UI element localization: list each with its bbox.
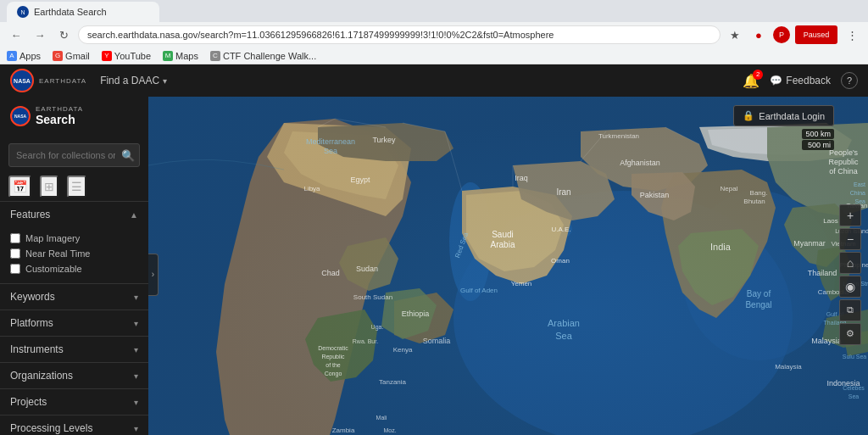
filter-tool-button[interactable]: ☰: [67, 176, 86, 198]
apps-icon: A: [7, 51, 17, 61]
bookmark-gmail[interactable]: G Gmail: [53, 51, 90, 61]
svg-text:Mali: Mali: [376, 415, 387, 421]
nasa-logo: NASA: [10, 69, 34, 92]
profile-button[interactable]: P: [773, 26, 790, 43]
svg-text:Bay of: Bay of: [747, 289, 771, 298]
map-imagery-item[interactable]: Map Imagery: [10, 231, 138, 246]
calendar-tool-button[interactable]: 📅: [8, 176, 31, 198]
section-processing-levels: Processing Levels ▾: [0, 415, 148, 435]
map-panel-toggle[interactable]: ›: [148, 254, 159, 296]
svg-text:Nepal: Nepal: [721, 185, 738, 192]
search-submit-button[interactable]: 🔍: [121, 149, 135, 162]
svg-text:Saudi: Saudi: [492, 230, 514, 239]
top-bar: NASA EARTHDATA Find a DAAC ▾ 🔔 2 💬 Feedb…: [0, 64, 868, 97]
scale-mi: 500 mi: [802, 140, 834, 150]
section-platforms: Platforms ▾: [0, 310, 148, 337]
chat-icon: 💬: [770, 75, 782, 86]
earthdata-text: EARTHDATA: [39, 77, 86, 85]
section-projects-header[interactable]: Projects ▾: [0, 389, 148, 415]
active-tab[interactable]: N Earthdata Search: [7, 2, 159, 22]
svg-text:Turkey: Turkey: [372, 136, 396, 144]
address-bar[interactable]: search.earthdata.nasa.gov/search?m=11.03…: [78, 25, 721, 44]
map-globe-button[interactable]: ◉: [839, 276, 861, 298]
section-platforms-header[interactable]: Platforms ▾: [0, 310, 148, 336]
svg-text:Sea: Sea: [324, 147, 337, 155]
map-home-button[interactable]: ⌂: [839, 252, 861, 274]
find-daac-button[interactable]: Find a DAAC ▾: [100, 75, 167, 86]
sidebar-header: NASA EARTHDATA Search: [0, 97, 148, 138]
notification-button[interactable]: 🔔 2: [743, 73, 760, 89]
youtube-icon: Y: [102, 51, 112, 61]
bookmark-youtube[interactable]: Y YouTube: [102, 51, 151, 61]
back-button[interactable]: ←: [7, 25, 25, 44]
customizable-checkbox[interactable]: [10, 264, 20, 274]
features-content: Map Imagery Near Real Time Customizable: [0, 227, 148, 283]
section-processing-levels-header[interactable]: Processing Levels ▾: [0, 415, 148, 435]
section-features-header[interactable]: Features ▲: [0, 202, 148, 227]
section-instruments: Instruments ▾: [0, 337, 148, 363]
menu-button[interactable]: ⋮: [843, 25, 861, 44]
search-box-container: 🔍: [0, 138, 148, 172]
svg-text:U.A.E.: U.A.E.: [551, 226, 570, 233]
reload-button[interactable]: ↻: [54, 25, 73, 44]
sidebar: NASA EARTHDATA Search 🔍 📅 ⊞ ☰: [0, 97, 148, 435]
bookmark-apps[interactable]: A Apps: [7, 51, 41, 61]
sidebar-brand: EARTHDATA Search: [36, 105, 83, 126]
browser-nav: ← → ↻ search.earthdata.nasa.gov/search?m…: [0, 22, 868, 47]
near-real-time-checkbox[interactable]: [10, 248, 20, 259]
paused-button[interactable]: Paused: [795, 25, 837, 44]
svg-text:Sulu Sea: Sulu Sea: [843, 354, 867, 360]
projects-expand-icon: ▾: [134, 398, 138, 407]
section-organizations: Organizations ▾: [0, 363, 148, 389]
map-scale-container: 500 km 500 mi: [802, 129, 834, 151]
svg-text:Republic: Republic: [828, 158, 859, 166]
svg-text:South Sudan: South Sudan: [353, 293, 392, 301]
platforms-expand-icon: ▾: [134, 319, 138, 328]
map-imagery-checkbox[interactable]: [10, 233, 20, 243]
browser-chrome: N Earthdata Search ← → ↻ search.earthdat…: [0, 0, 868, 47]
svg-text:Myanmar: Myanmar: [793, 239, 826, 248]
processing-levels-expand-icon: ▾: [134, 424, 138, 433]
sidebar-tools: 📅 ⊞ ☰: [0, 172, 148, 202]
section-organizations-header[interactable]: Organizations ▾: [0, 363, 148, 388]
search-input[interactable]: [8, 143, 140, 167]
bookmark-maps[interactable]: M Maps: [163, 51, 198, 61]
earthdata-label: EARTHDATA: [39, 77, 86, 85]
extensions-button[interactable]: ●: [749, 25, 768, 44]
svg-text:Bhutan: Bhutan: [743, 198, 765, 205]
customizable-item[interactable]: Customizable: [10, 261, 138, 276]
map-zoom-in-button[interactable]: +: [839, 204, 861, 226]
map-layers-button[interactable]: ⧉: [839, 299, 861, 321]
svg-text:Iran: Iran: [556, 187, 570, 197]
feedback-button[interactable]: 💬 Feedback: [770, 75, 831, 86]
earthdata-logo: NASA EARTHDATA: [10, 69, 86, 92]
grid-tool-button[interactable]: ⊞: [40, 176, 58, 198]
help-button[interactable]: ?: [841, 72, 858, 89]
notification-badge: 2: [753, 70, 763, 80]
section-instruments-header[interactable]: Instruments ▾: [0, 337, 148, 362]
sidebar-logo-row: NASA EARTHDATA Search: [10, 105, 138, 126]
svg-text:Zambia: Zambia: [332, 427, 355, 434]
svg-rect-5: [148, 97, 868, 435]
map-area[interactable]: Saudi Arabia Arabian Sea Bay of Bengal I…: [148, 97, 868, 435]
section-projects: Projects ▾: [0, 389, 148, 415]
section-keywords-header[interactable]: Keywords ▾: [0, 284, 148, 310]
svg-text:Rwa. Bur.: Rwa. Bur.: [353, 338, 378, 344]
svg-text:of the: of the: [326, 362, 341, 368]
svg-text:Celebes: Celebes: [843, 385, 865, 391]
map-gear-button[interactable]: ⚙: [839, 323, 861, 345]
svg-text:Malaysia: Malaysia: [811, 337, 842, 345]
map-zoom-out-button[interactable]: −: [839, 228, 861, 250]
bookmark-ctf[interactable]: C CTF Challenge Walk...: [210, 51, 316, 61]
earthdata-login-button[interactable]: 🔒 Earthdata Login: [733, 105, 834, 126]
svg-text:Thailand: Thailand: [808, 269, 837, 277]
gmail-icon: G: [53, 51, 63, 61]
keywords-expand-icon: ▾: [134, 293, 138, 302]
forward-button[interactable]: →: [31, 25, 49, 44]
svg-text:Sea: Sea: [555, 331, 572, 341]
svg-text:Kenya: Kenya: [393, 346, 413, 354]
svg-text:Sudan: Sudan: [356, 265, 378, 273]
star-button[interactable]: ★: [726, 25, 744, 44]
near-real-time-item[interactable]: Near Real Time: [10, 246, 138, 261]
app-container: NASA EARTHDATA Find a DAAC ▾ 🔔 2 💬 Feedb…: [0, 64, 868, 435]
